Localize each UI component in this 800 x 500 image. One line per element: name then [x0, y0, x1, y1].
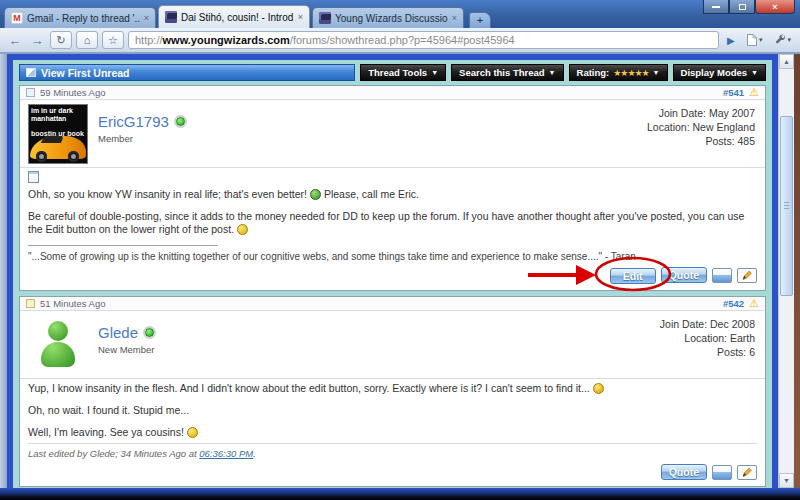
bookmark-star-button[interactable]: ☆ — [102, 31, 124, 49]
post-count: Posts: 6 — [660, 345, 755, 359]
edit-time-link[interactable]: 06:36:30 PM — [199, 448, 253, 459]
scrollbar-thumb[interactable] — [780, 116, 793, 296]
confused-smiley-icon — [593, 383, 604, 394]
close-tab-icon[interactable]: × — [298, 12, 303, 22]
chevron-down-icon: ▾ — [759, 36, 763, 44]
multi-quote-button[interactable] — [712, 268, 732, 283]
username-link[interactable]: EricG1793 — [98, 113, 169, 130]
page-menu-button[interactable]: ▾ — [743, 31, 766, 49]
home-button[interactable]: ⌂ — [76, 31, 98, 49]
post-541: 59 Minutes Ago #541 ⚠ im in ur dark manh… — [19, 85, 766, 291]
display-modes-button[interactable]: Display Modes ▼ — [673, 64, 766, 81]
pencil-icon — [741, 466, 753, 478]
avatar-caption: im in ur dark — [29, 105, 87, 115]
smile-smiley-icon — [237, 224, 248, 235]
window-controls: × — [703, 0, 795, 14]
url-host: www.youngwizards.com — [163, 34, 290, 46]
report-post-icon[interactable]: ⚠ — [749, 298, 759, 309]
tab-young-wizards[interactable]: Young Wizards Discussio... × — [312, 7, 464, 28]
search-thread-button[interactable]: Search this Thread ▼ — [451, 64, 563, 81]
avatar[interactable] — [28, 315, 88, 375]
join-date: Join Date: Dec 2008 — [660, 317, 755, 331]
new-tab-button[interactable]: + — [469, 12, 491, 28]
maximize-button[interactable] — [729, 0, 755, 14]
grin-smiley-icon — [310, 189, 321, 200]
chevron-down-icon: ▼ — [751, 69, 758, 76]
quote-button[interactable]: Quote — [661, 464, 707, 480]
close-tab-icon[interactable]: × — [144, 13, 149, 23]
browser-viewport: View First Unread Thread Tools ▼ Search … — [0, 54, 800, 488]
chevron-down-icon: ▼ — [653, 69, 660, 76]
site-favicon — [165, 11, 177, 23]
forward-button[interactable]: → — [28, 33, 46, 48]
signature-separator — [28, 245, 218, 246]
go-button[interactable]: ▶ — [723, 35, 739, 46]
scroll-up-icon[interactable]: ▲ — [779, 54, 794, 69]
join-date: Join Date: May 2007 — [647, 106, 755, 120]
post-header: 51 Minutes Ago #542 ⚠ — [20, 297, 765, 311]
page-icon — [746, 33, 758, 47]
chevron-down-icon: ▼ — [549, 69, 556, 76]
rating-button[interactable]: Rating: ★★★★★ ▼ — [569, 64, 668, 81]
avatar[interactable]: im in ur dark manhattan boostin ur book — [28, 104, 88, 164]
url-scheme: http:// — [135, 34, 163, 46]
view-first-unread-button[interactable]: View First Unread — [19, 64, 355, 81]
tab-title: Gmail - Reply to thread '... — [27, 13, 140, 24]
username-link[interactable]: Glede — [98, 324, 138, 341]
quick-edit-button[interactable] — [737, 268, 757, 283]
post-user-area: im in ur dark manhattan boostin ur book … — [20, 100, 765, 168]
first-unread-icon — [26, 68, 36, 77]
post-message: Ohh, so you know YW insanity in real lif… — [20, 168, 765, 263]
signature-text: "...Some of growing up is the knitting t… — [28, 250, 757, 263]
post-controls: Edit Quote — [20, 263, 765, 290]
tab-gmail[interactable]: M Gmail - Reply to thread '... × — [4, 7, 156, 28]
thread-tools-button[interactable]: Thread Tools ▼ — [360, 64, 446, 81]
scroll-down-icon[interactable]: ▼ — [779, 473, 794, 488]
display-modes-label: Display Modes — [681, 67, 748, 78]
quick-edit-button[interactable] — [737, 465, 757, 480]
avatar-caption: manhattan — [29, 115, 87, 123]
site-favicon — [319, 12, 331, 24]
user-location: Location: New England — [647, 120, 755, 134]
close-button[interactable]: × — [755, 0, 795, 14]
rating-stars-icon: ★★★★★ — [613, 68, 648, 78]
message-paragraph: Be careful of double-posting, since it a… — [28, 210, 757, 236]
multi-quote-button[interactable] — [712, 465, 732, 480]
view-first-unread-label: View First Unread — [41, 67, 130, 79]
post-message: Yup, I know insanity in the flesh. And I… — [20, 379, 765, 461]
scrollbar[interactable]: ▲ ▼ — [778, 54, 794, 488]
avatar-caption: boostin ur book — [31, 130, 84, 137]
post-number-link[interactable]: #542 — [723, 298, 744, 309]
user-location: Location: Earth — [660, 331, 755, 345]
tab-title: Dai Stihó, cousin! - Introd... — [181, 12, 294, 23]
edit-button[interactable]: Edit — [610, 268, 656, 284]
wrench-menu-button[interactable]: ▾ — [769, 31, 794, 49]
post-number-link[interactable]: #541 — [723, 87, 744, 98]
quote-button[interactable]: Quote — [661, 267, 707, 283]
pencil-icon — [741, 269, 753, 281]
post-controls: Quote — [20, 461, 765, 486]
default-avatar-body — [41, 342, 75, 367]
tab-title: Young Wizards Discussio... — [335, 13, 448, 24]
post-count: Posts: 485 — [647, 134, 755, 148]
address-bar[interactable]: http://www.youngwizards.com/forums/showt… — [128, 31, 719, 49]
search-thread-label: Search this Thread — [459, 67, 545, 78]
post-time: 51 Minutes Ago — [40, 298, 106, 309]
minimize-button[interactable] — [703, 0, 729, 14]
report-post-icon[interactable]: ⚠ — [749, 87, 759, 98]
chevron-down-icon: ▾ — [787, 36, 791, 44]
online-status-icon — [176, 117, 185, 126]
user-identity: EricG1793 Member — [98, 104, 185, 164]
back-button[interactable]: ← — [6, 33, 24, 48]
default-avatar-head — [48, 321, 68, 341]
url-path: /forums/showthread.php?p=45964#post45964 — [290, 34, 515, 46]
thread-tools-label: Thread Tools — [368, 67, 427, 78]
user-title: New Member — [98, 344, 155, 355]
edit-button-annotated: Edit — [610, 266, 656, 284]
reload-button[interactable]: ↻ — [50, 31, 72, 49]
smile-smiley-icon — [187, 427, 198, 438]
tab-dai-stiho[interactable]: Dai Stihó, cousin! - Introd... × — [158, 5, 310, 28]
close-tab-icon[interactable]: × — [452, 13, 457, 23]
message-paragraph: Oh, no wait. I found it. Stupid me... — [28, 404, 757, 417]
message-paragraph: Yup, I know insanity in the flesh. And I… — [28, 382, 757, 395]
